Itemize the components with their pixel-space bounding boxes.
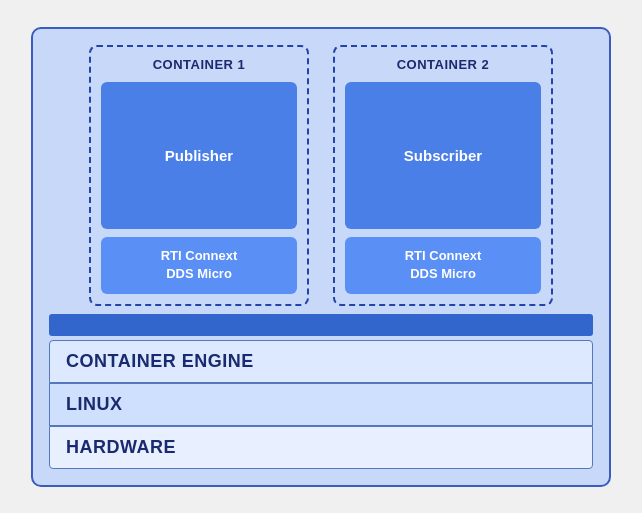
containers-row: CONTAINER 1 Publisher RTI ConnextDDS Mic… — [49, 45, 593, 306]
rti-box-1: RTI ConnextDDS Micro — [101, 237, 297, 293]
container-1-label: CONTAINER 1 — [101, 57, 297, 72]
linux-layer: LINUX — [49, 383, 593, 426]
subscriber-box: Subscriber — [345, 82, 541, 230]
container-2-box: CONTAINER 2 Subscriber RTI ConnextDDS Mi… — [333, 45, 553, 306]
container-engine-layer: CONTAINER ENGINE — [49, 340, 593, 383]
subscriber-label: Subscriber — [404, 147, 482, 164]
diagram-wrapper: CONTAINER 1 Publisher RTI ConnextDDS Mic… — [31, 27, 611, 487]
rti-label-2: RTI ConnextDDS Micro — [405, 248, 482, 281]
rti-box-2: RTI ConnextDDS Micro — [345, 237, 541, 293]
container-1-box: CONTAINER 1 Publisher RTI ConnextDDS Mic… — [89, 45, 309, 306]
network-bar — [49, 314, 593, 336]
publisher-label: Publisher — [165, 147, 233, 164]
layers-section: CONTAINER ENGINE LINUX HARDWARE — [49, 340, 593, 469]
container-2-label: CONTAINER 2 — [345, 57, 541, 72]
rti-label-1: RTI ConnextDDS Micro — [161, 248, 238, 281]
publisher-box: Publisher — [101, 82, 297, 230]
hardware-layer: HARDWARE — [49, 426, 593, 469]
